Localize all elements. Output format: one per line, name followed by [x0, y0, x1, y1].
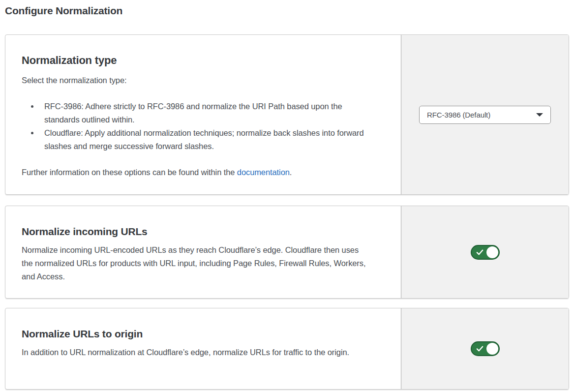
page-title: Configure Normalization — [5, 5, 569, 17]
normalize-incoming-urls-toggle[interactable] — [471, 245, 500, 260]
normalization-type-control-panel: RFC-3986 (Default) — [401, 35, 569, 194]
normalization-type-options-list: RFC-3986: Adhere strictly to RFC-3986 an… — [22, 100, 375, 153]
chevron-down-icon — [536, 113, 543, 117]
list-item-rfc3986: RFC-3986: Adhere strictly to RFC-3986 an… — [39, 100, 370, 126]
normalize-urls-to-origin-content: Normalize URLs to origin In addition to … — [5, 308, 401, 389]
check-icon — [476, 345, 483, 352]
normalization-type-selected-value: RFC-3986 (Default) — [427, 111, 490, 119]
normalize-urls-to-origin-description: In addition to URL normalization at Clou… — [22, 346, 366, 359]
card-normalize-incoming-urls: Normalize incoming URLs Normalize incomi… — [5, 206, 569, 299]
normalize-urls-to-origin-control-panel — [401, 308, 569, 389]
list-item-cloudflare: Cloudflare: Apply additional normalizati… — [39, 126, 370, 153]
documentation-link[interactable]: documentation — [237, 168, 290, 177]
toggle-knob — [486, 343, 498, 355]
normalize-urls-to-origin-toggle[interactable] — [471, 341, 500, 356]
normalize-incoming-urls-heading: Normalize incoming URLs — [22, 225, 375, 239]
normalization-type-intro: Select the normalization type: — [22, 74, 375, 87]
check-icon — [476, 249, 483, 256]
normalization-type-heading: Normalization type — [22, 54, 375, 67]
normalize-urls-to-origin-heading: Normalize URLs to origin — [22, 327, 375, 341]
normalize-incoming-urls-description: Normalize incoming URL-encoded URLs as t… — [22, 243, 366, 283]
normalize-incoming-urls-content: Normalize incoming URLs Normalize incomi… — [5, 206, 401, 298]
toggle-knob — [486, 246, 498, 258]
card-normalize-urls-to-origin: Normalize URLs to origin In addition to … — [5, 308, 569, 390]
normalization-type-select[interactable]: RFC-3986 (Default) — [419, 106, 551, 124]
normalization-type-content: Normalization type Select the normalizat… — [5, 35, 401, 194]
footer-text-suffix: . — [290, 168, 292, 177]
normalization-type-footer: Further information on these options can… — [22, 166, 366, 179]
normalize-incoming-urls-control-panel — [401, 206, 569, 298]
card-normalization-type: Normalization type Select the normalizat… — [5, 34, 569, 195]
footer-text-prefix: Further information on these options can… — [22, 168, 237, 177]
